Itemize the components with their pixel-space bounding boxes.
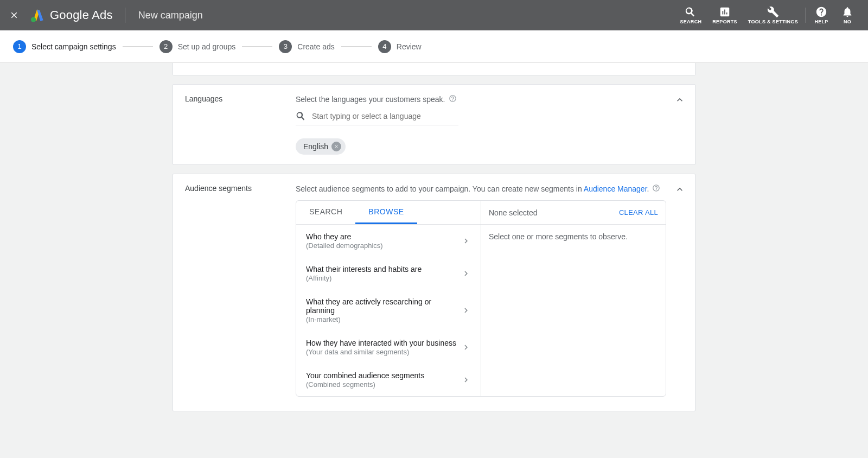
audience-item-title: What their interests and habits are bbox=[306, 265, 422, 273]
search-icon bbox=[685, 6, 697, 18]
audience-item-title: What they are actively researching or pl… bbox=[306, 297, 461, 315]
clear-all-button[interactable]: CLEAR ALL bbox=[619, 208, 658, 217]
help-icon bbox=[815, 6, 827, 18]
stepper: 1 Select campaign settings 2 Set up ad g… bbox=[0, 30, 868, 63]
audience-help-icon[interactable] bbox=[652, 184, 660, 194]
step-connector bbox=[123, 46, 153, 47]
audience-panel: Search Browse Who they are (Detailed dem… bbox=[296, 200, 666, 397]
chevron-up-icon bbox=[674, 184, 685, 195]
step-1-label: Select campaign settings bbox=[31, 42, 116, 51]
audience-item-subtitle: (Combined segments) bbox=[306, 380, 424, 389]
page-title: New campaign bbox=[138, 10, 203, 21]
audience-right-body: Select one or more segments to observe. bbox=[481, 225, 666, 387]
audience-selected-count: None selected bbox=[489, 208, 538, 217]
step-connector bbox=[242, 46, 272, 47]
tab-browse[interactable]: Browse bbox=[355, 201, 417, 224]
header-search-button[interactable]: SEARCH bbox=[674, 0, 707, 30]
languages-desc: Select the languages your customers spea… bbox=[296, 95, 445, 104]
audience-category-list: Who they are (Detailed demographics) Wha… bbox=[296, 225, 481, 396]
card-prev-crop bbox=[173, 63, 695, 75]
header-search-label: SEARCH bbox=[680, 19, 701, 24]
chevron-right-icon bbox=[461, 269, 471, 278]
header-left: Google Ads New campaign bbox=[8, 8, 203, 23]
step-2-label: Set up ad groups bbox=[178, 42, 236, 51]
language-search-input[interactable] bbox=[312, 112, 458, 120]
audience-item-subtitle: (Detailed demographics) bbox=[306, 241, 383, 250]
language-search[interactable] bbox=[296, 109, 458, 125]
step-2[interactable]: 2 Set up ad groups bbox=[159, 40, 236, 53]
languages-help-icon[interactable] bbox=[449, 94, 457, 104]
header-notifications-button[interactable]: NO bbox=[834, 0, 860, 30]
audience-item-your-data[interactable]: How they have interacted with your busin… bbox=[296, 331, 481, 364]
step-2-num: 2 bbox=[159, 40, 173, 53]
languages-label: Languages bbox=[185, 94, 283, 155]
close-icon bbox=[9, 10, 19, 20]
step-3[interactable]: 3 Create ads bbox=[279, 40, 334, 53]
header-help-label: HELP bbox=[814, 19, 828, 24]
chip-remove-button[interactable] bbox=[331, 142, 341, 151]
header-reports-label: REPORTS bbox=[712, 19, 737, 24]
header-notifications-label: NO bbox=[844, 19, 851, 24]
close-button[interactable] bbox=[8, 9, 21, 22]
languages-card: Languages Select the languages your cust… bbox=[173, 84, 695, 165]
chevron-right-icon bbox=[461, 306, 471, 315]
audience-item-subtitle: (Your data and similar segments) bbox=[306, 348, 456, 356]
reports-icon bbox=[719, 6, 731, 18]
audience-item-title: Who they are bbox=[306, 232, 383, 241]
audience-item-subtitle: (In-market) bbox=[306, 315, 461, 323]
google-ads-logo-icon bbox=[29, 8, 44, 23]
step-4-label: Review bbox=[397, 42, 422, 51]
audience-left-pane: Search Browse Who they are (Detailed dem… bbox=[296, 201, 481, 396]
step-1[interactable]: 1 Select campaign settings bbox=[13, 40, 116, 53]
header-help-button[interactable]: HELP bbox=[808, 0, 834, 30]
audience-manager-link[interactable]: Audience Manager bbox=[584, 185, 647, 193]
app-header: Google Ads New campaign SEARCH REPORTS T… bbox=[0, 0, 868, 30]
header-divider-2 bbox=[806, 8, 806, 23]
product-logo: Google Ads bbox=[29, 8, 113, 23]
header-tools-label: TOOLS & SETTINGS bbox=[748, 19, 798, 24]
search-icon bbox=[296, 111, 307, 122]
header-tools-button[interactable]: TOOLS & SETTINGS bbox=[743, 0, 803, 30]
chevron-right-icon bbox=[461, 236, 471, 246]
audience-item-subtitle: (Affinity) bbox=[306, 274, 422, 282]
chevron-right-icon bbox=[461, 342, 471, 352]
step-3-label: Create ads bbox=[297, 42, 334, 51]
languages-collapse-button[interactable] bbox=[674, 94, 685, 107]
tab-search[interactable]: Search bbox=[296, 201, 355, 224]
wrench-icon bbox=[767, 6, 779, 18]
help-circle-icon bbox=[652, 184, 660, 192]
step-connector bbox=[341, 46, 372, 47]
header-reports-button[interactable]: REPORTS bbox=[707, 0, 743, 30]
bell-icon bbox=[841, 6, 853, 18]
product-name: Google Ads bbox=[50, 8, 113, 22]
audience-item-demographics[interactable]: Who they are (Detailed demographics) bbox=[296, 225, 481, 257]
step-4[interactable]: 4 Review bbox=[378, 40, 422, 53]
audience-item-title: How they have interacted with your busin… bbox=[306, 339, 456, 347]
header-right: SEARCH REPORTS TOOLS & SETTINGS HELP NO bbox=[674, 0, 860, 30]
audience-item-title: Your combined audience segments bbox=[306, 371, 424, 380]
chevron-up-icon bbox=[674, 94, 685, 105]
chip-label: English bbox=[303, 142, 328, 151]
audience-right-pane: None selected CLEAR ALL Select one or mo… bbox=[481, 201, 666, 396]
audience-item-in-market[interactable]: What they are actively researching or pl… bbox=[296, 290, 481, 331]
language-chip-english: English bbox=[296, 138, 346, 155]
chevron-right-icon bbox=[461, 375, 471, 385]
close-icon bbox=[334, 144, 339, 149]
step-1-num: 1 bbox=[13, 40, 26, 53]
audience-collapse-button[interactable] bbox=[674, 184, 685, 197]
audience-card: Audience segments Select audience segmen… bbox=[173, 174, 695, 411]
audience-tabs: Search Browse bbox=[296, 201, 481, 225]
audience-item-combined[interactable]: Your combined audience segments (Combine… bbox=[296, 364, 481, 396]
audience-desc: Select audience segments to add to your … bbox=[296, 185, 649, 193]
help-circle-icon bbox=[449, 94, 457, 103]
svg-point-0 bbox=[31, 17, 36, 22]
audience-label: Audience segments bbox=[185, 184, 283, 397]
step-3-num: 3 bbox=[279, 40, 292, 53]
main-content: Languages Select the languages your cust… bbox=[0, 63, 868, 442]
header-divider bbox=[125, 8, 125, 23]
step-4-num: 4 bbox=[378, 40, 391, 53]
audience-item-affinity[interactable]: What their interests and habits are (Aff… bbox=[296, 257, 481, 290]
